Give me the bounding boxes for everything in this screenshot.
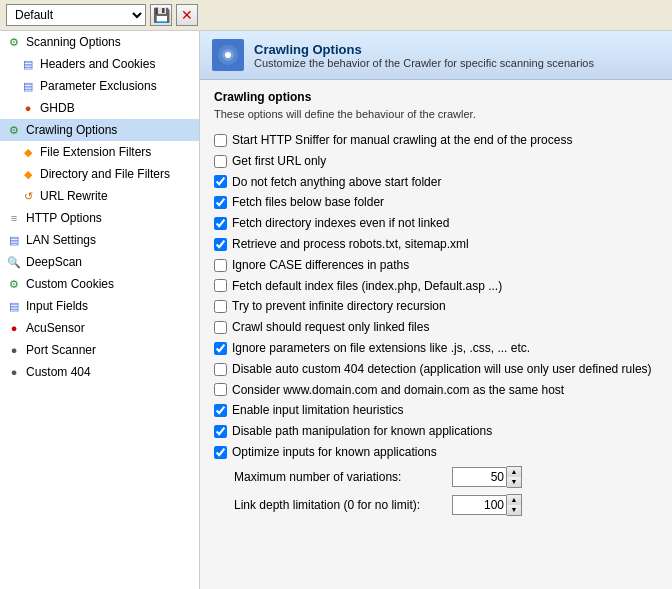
option-row-no-fetch-above: Do not fetch anything above start folder xyxy=(214,172,658,193)
sidebar-item-custom-cookies[interactable]: ⚙Custom Cookies xyxy=(0,273,199,295)
checkbox-disable-auto-404[interactable] xyxy=(214,363,227,376)
custom-cookies-label: Custom Cookies xyxy=(26,277,114,291)
sidebar-item-http-options[interactable]: ≡HTTP Options xyxy=(0,207,199,229)
spinner-input-max-variations[interactable] xyxy=(452,467,507,487)
sidebar-item-lan-settings[interactable]: ▤LAN Settings xyxy=(0,229,199,251)
sidebar-item-input-fields[interactable]: ▤Input Fields xyxy=(0,295,199,317)
option-row-ignore-params: Ignore parameters on file extensions lik… xyxy=(214,338,658,359)
deepscan-icon: 🔍 xyxy=(6,254,22,270)
sidebar-item-deepscan[interactable]: 🔍DeepScan xyxy=(0,251,199,273)
spinner-container-max-variations: ▲▼ xyxy=(452,466,522,488)
sidebar-item-url-rewrite[interactable]: ↺URL Rewrite xyxy=(0,185,199,207)
port-scanner-icon: ● xyxy=(6,342,22,358)
url-rewrite-label: URL Rewrite xyxy=(40,189,108,203)
checkbox-same-host[interactable] xyxy=(214,383,227,396)
spinner-down-link-depth[interactable]: ▼ xyxy=(507,505,521,515)
checkbox-fetch-below[interactable] xyxy=(214,196,227,209)
sidebar-item-dir-file-filters[interactable]: ◆Directory and File Filters xyxy=(0,163,199,185)
label-disable-auto-404: Disable auto custom 404 detection (appli… xyxy=(232,361,652,378)
checkbox-http-sniffer[interactable] xyxy=(214,134,227,147)
label-linked-files: Crawl should request only linked files xyxy=(232,319,429,336)
custom-404-icon: ● xyxy=(6,364,22,380)
spinner-container-link-depth: ▲▼ xyxy=(452,494,522,516)
headers-cookies-label: Headers and Cookies xyxy=(40,57,155,71)
spinner-buttons-max-variations: ▲▼ xyxy=(507,466,522,488)
ghdb-icon: ● xyxy=(20,100,36,116)
http-options-label: HTTP Options xyxy=(26,211,102,225)
input-fields-label: Input Fields xyxy=(26,299,88,313)
profile-select[interactable]: Default xyxy=(6,4,146,26)
custom-404-label: Custom 404 xyxy=(26,365,91,379)
toolbar: Default 💾 ✕ xyxy=(0,0,672,31)
save-button[interactable]: 💾 xyxy=(150,4,172,26)
sidebar-item-file-ext-filters[interactable]: ◆File Extension Filters xyxy=(0,141,199,163)
sidebar-item-headers-cookies[interactable]: ▤Headers and Cookies xyxy=(0,53,199,75)
checkbox-fetch-default[interactable] xyxy=(214,279,227,292)
scanning-options-label: Scanning Options xyxy=(26,35,121,49)
checkbox-first-url[interactable] xyxy=(214,155,227,168)
label-path-manipulation: Disable path manipulation for known appl… xyxy=(232,423,492,440)
svg-point-1 xyxy=(225,52,231,58)
checkbox-linked-files[interactable] xyxy=(214,321,227,334)
lan-settings-label: LAN Settings xyxy=(26,233,96,247)
option-row-ignore-case: Ignore CASE differences in paths xyxy=(214,255,658,276)
label-fetch-default: Fetch default index files (index.php, De… xyxy=(232,278,502,295)
sidebar-item-scanning-options[interactable]: ⚙Scanning Options xyxy=(0,31,199,53)
ghdb-label: GHDB xyxy=(40,101,75,115)
sidebar-item-port-scanner[interactable]: ●Port Scanner xyxy=(0,339,199,361)
spinner-row-link-depth: Link depth limitation (0 for no limit):▲… xyxy=(234,491,658,519)
http-options-icon: ≡ xyxy=(6,210,22,226)
sidebar-item-param-exclusions[interactable]: ▤Parameter Exclusions xyxy=(0,75,199,97)
checkbox-prevent-recursion[interactable] xyxy=(214,300,227,313)
checkbox-path-manipulation[interactable] xyxy=(214,425,227,438)
spinner-buttons-link-depth: ▲▼ xyxy=(507,494,522,516)
checkbox-optimize-inputs[interactable] xyxy=(214,446,227,459)
label-no-fetch-above: Do not fetch anything above start folder xyxy=(232,174,441,191)
option-row-http-sniffer: Start HTTP Sniffer for manual crawling a… xyxy=(214,130,658,151)
deepscan-label: DeepScan xyxy=(26,255,82,269)
checkbox-ignore-params[interactable] xyxy=(214,342,227,355)
spinner-up-link-depth[interactable]: ▲ xyxy=(507,495,521,505)
acusensor-label: AcuSensor xyxy=(26,321,85,335)
file-ext-filters-icon: ◆ xyxy=(20,144,36,160)
option-row-fetch-default: Fetch default index files (index.php, De… xyxy=(214,276,658,297)
param-exclusions-icon: ▤ xyxy=(20,78,36,94)
sidebar-item-ghdb[interactable]: ●GHDB xyxy=(0,97,199,119)
app-window: Default 💾 ✕ ⚙Scanning Options▤Headers an… xyxy=(0,0,672,589)
option-row-robots-txt: Retrieve and process robots.txt, sitemap… xyxy=(214,234,658,255)
sidebar-item-crawling-options[interactable]: ⚙Crawling Options xyxy=(0,119,199,141)
checkbox-no-fetch-above[interactable] xyxy=(214,175,227,188)
scanning-options-icon: ⚙ xyxy=(6,34,22,50)
sidebar-item-custom-404[interactable]: ●Custom 404 xyxy=(0,361,199,383)
section-title: Crawling options xyxy=(214,90,658,104)
spinner-up-max-variations[interactable]: ▲ xyxy=(507,467,521,477)
section-desc: These options will define the behaviour … xyxy=(214,108,658,120)
panel-description: Customize the behavior of the Crawler fo… xyxy=(254,57,594,69)
checkbox-ignore-case[interactable] xyxy=(214,259,227,272)
spinner-down-max-variations[interactable]: ▼ xyxy=(507,477,521,487)
panel-title: Crawling Options xyxy=(254,42,594,57)
checkbox-fetch-indexes[interactable] xyxy=(214,217,227,230)
dir-file-filters-label: Directory and File Filters xyxy=(40,167,170,181)
spinner-input-link-depth[interactable] xyxy=(452,495,507,515)
label-optimize-inputs: Optimize inputs for known applications xyxy=(232,444,437,461)
panel-header-text: Crawling Options Customize the behavior … xyxy=(254,42,594,69)
option-row-disable-auto-404: Disable auto custom 404 detection (appli… xyxy=(214,359,658,380)
close-button[interactable]: ✕ xyxy=(176,4,198,26)
checkbox-robots-txt[interactable] xyxy=(214,238,227,251)
spinner-label-link-depth: Link depth limitation (0 for no limit): xyxy=(234,498,444,512)
option-row-optimize-inputs: Optimize inputs for known applications xyxy=(214,442,658,463)
label-ignore-case: Ignore CASE differences in paths xyxy=(232,257,409,274)
label-input-limitation: Enable input limitation heuristics xyxy=(232,402,403,419)
label-first-url: Get first URL only xyxy=(232,153,326,170)
sidebar: ⚙Scanning Options▤Headers and Cookies▤Pa… xyxy=(0,31,200,589)
option-row-first-url: Get first URL only xyxy=(214,151,658,172)
label-fetch-below: Fetch files below base folder xyxy=(232,194,384,211)
option-row-fetch-below: Fetch files below base folder xyxy=(214,192,658,213)
label-same-host: Consider www.domain.com and domain.com a… xyxy=(232,382,564,399)
checkbox-input-limitation[interactable] xyxy=(214,404,227,417)
sidebar-item-acusensor[interactable]: ●AcuSensor xyxy=(0,317,199,339)
custom-cookies-icon: ⚙ xyxy=(6,276,22,292)
param-exclusions-label: Parameter Exclusions xyxy=(40,79,157,93)
crawling-options-label: Crawling Options xyxy=(26,123,117,137)
